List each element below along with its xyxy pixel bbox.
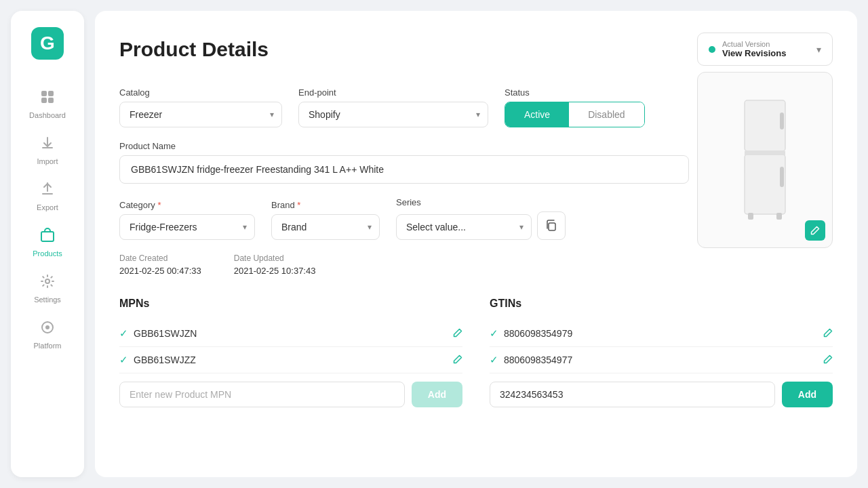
gtin-value-1: 8806098354979 — [504, 328, 572, 339]
mpn-item-1: ✓ GBB61SWJZN — [119, 327, 197, 340]
check-icon: ✓ — [119, 327, 128, 340]
sidebar-item-platform[interactable]: Platform — [11, 312, 84, 358]
image-edit-button[interactable] — [805, 220, 825, 241]
series-label: Series — [396, 197, 566, 207]
svg-point-7 — [45, 325, 50, 329]
date-created-value: 2021-02-25 00:47:33 — [119, 266, 201, 276]
svg-rect-14 — [776, 213, 782, 220]
table-row: ✓ GBB61SWJZN — [119, 321, 462, 347]
svg-rect-0 — [41, 91, 47, 96]
series-select-wrapper: Select value... — [396, 214, 532, 240]
page-header: Product Details Actual Version View Revi… — [119, 33, 833, 66]
add-mpn-row: Add — [119, 382, 462, 407]
product-name-group: Product Name — [119, 141, 689, 184]
date-created-group: Date Created 2021-02-25 00:47:33 — [119, 253, 201, 276]
svg-rect-15 — [549, 223, 555, 230]
gtins-title: GTINs — [490, 298, 833, 310]
add-mpn-button[interactable]: Add — [412, 382, 462, 407]
version-dot — [709, 46, 715, 53]
version-dropdown[interactable]: Actual Version View Revisions ▾ — [697, 33, 833, 66]
series-wrapper: Select value... — [396, 211, 566, 240]
dates-row: Date Created 2021-02-25 00:47:33 Date Up… — [119, 253, 833, 276]
svg-rect-3 — [48, 98, 54, 103]
sidebar-item-dashboard[interactable]: Dashboard — [11, 81, 84, 127]
status-group: Status Active Disabled — [505, 87, 645, 127]
edit-mpn-2-button[interactable] — [453, 354, 462, 366]
dashboard-icon — [40, 89, 55, 108]
svg-rect-2 — [41, 98, 47, 103]
edit-gtin-2-button[interactable] — [823, 354, 833, 366]
settings-icon — [40, 274, 55, 293]
mpns-section: MPNs ✓ GBB61SWJZN ✓ GBB61SWJZZ — [119, 298, 462, 407]
catalog-select-wrapper: Freezer — [119, 102, 282, 127]
svg-rect-10 — [745, 151, 785, 155]
category-group: Category * Fridge-Freezers — [119, 200, 255, 240]
svg-rect-8 — [745, 100, 785, 151]
endpoint-group: End-point Shopify — [298, 87, 488, 127]
sidebar-item-settings[interactable]: Settings — [11, 266, 84, 312]
sidebar-item-import[interactable]: Import — [11, 127, 84, 174]
add-gtin-row: Add — [490, 382, 833, 407]
gtin-value-2: 8806098354977 — [504, 354, 572, 365]
status-label: Status — [505, 87, 645, 98]
series-select[interactable]: Select value... — [396, 214, 532, 240]
svg-rect-9 — [745, 155, 785, 214]
catalog-label: Catalog — [119, 87, 282, 98]
date-created-label: Date Created — [119, 253, 201, 263]
sidebar-item-label-export: Export — [37, 203, 58, 211]
svg-rect-13 — [748, 213, 753, 220]
platform-icon — [40, 320, 55, 339]
brand-select[interactable]: Brand — [271, 214, 380, 240]
table-row: ✓ 8806098354977 — [490, 347, 833, 373]
gtin-item-1: ✓ 8806098354979 — [490, 327, 572, 340]
series-group: Series Select value... — [396, 197, 566, 240]
sidebar-item-label-products: Products — [33, 249, 62, 258]
status-active-button[interactable]: Active — [505, 102, 569, 127]
product-name-input[interactable] — [119, 155, 689, 184]
version-label: Actual Version — [722, 40, 810, 48]
main-content: Product Details Actual Version View Revi… — [95, 11, 857, 477]
page-title: Product Details — [119, 38, 269, 61]
svg-point-5 — [45, 279, 50, 283]
add-gtin-button[interactable]: Add — [782, 382, 833, 407]
table-row: ✓ 8806098354979 — [490, 321, 833, 347]
app-logo: G — [31, 27, 64, 60]
bottom-section: MPNs ✓ GBB61SWJZN ✓ GBB61SWJZZ — [119, 298, 833, 407]
product-image-area — [697, 72, 833, 248]
check-icon: ✓ — [490, 327, 498, 340]
date-updated-label: Date Updated — [234, 253, 316, 263]
sidebar-item-label-dashboard: Dashboard — [29, 111, 66, 119]
sidebar-item-export[interactable]: Export — [11, 174, 84, 220]
date-updated-value: 2021-02-25 10:37:43 — [234, 266, 316, 276]
import-icon — [40, 136, 55, 155]
check-icon: ✓ — [119, 354, 128, 366]
add-gtin-input[interactable] — [490, 382, 775, 407]
endpoint-select-wrapper: Shopify — [298, 102, 488, 127]
endpoint-select[interactable]: Shopify — [298, 102, 488, 127]
mpn-value-1: GBB61SWJZN — [134, 328, 197, 339]
add-mpn-input[interactable] — [119, 382, 405, 407]
brand-select-wrapper: Brand — [271, 214, 380, 240]
mpn-value-2: GBB61SWJZZ — [134, 354, 196, 365]
gtin-item-2: ✓ 8806098354977 — [490, 354, 572, 366]
version-value: View Revisions — [722, 48, 810, 58]
category-select[interactable]: Fridge-Freezers — [119, 214, 255, 240]
check-icon: ✓ — [490, 354, 498, 366]
gtins-section: GTINs ✓ 8806098354979 ✓ 8806098354977 — [490, 298, 833, 407]
copy-series-button[interactable] — [537, 211, 566, 240]
catalog-select[interactable]: Freezer — [119, 102, 282, 127]
mpns-title: MPNs — [119, 298, 462, 310]
svg-rect-12 — [780, 167, 784, 187]
edit-mpn-1-button[interactable] — [453, 328, 462, 340]
category-select-wrapper: Fridge-Freezers — [119, 214, 255, 240]
chevron-down-icon: ▾ — [816, 44, 821, 55]
sidebar-item-label-import: Import — [37, 157, 58, 165]
svg-rect-4 — [41, 232, 54, 241]
category-label: Category * — [119, 200, 255, 210]
sidebar-item-products[interactable]: Products — [11, 220, 84, 266]
date-updated-group: Date Updated 2021-02-25 10:37:43 — [234, 253, 316, 276]
endpoint-label: End-point — [298, 87, 488, 98]
status-disabled-button[interactable]: Disabled — [569, 102, 644, 127]
edit-gtin-1-button[interactable] — [823, 328, 833, 340]
products-icon — [40, 228, 55, 247]
